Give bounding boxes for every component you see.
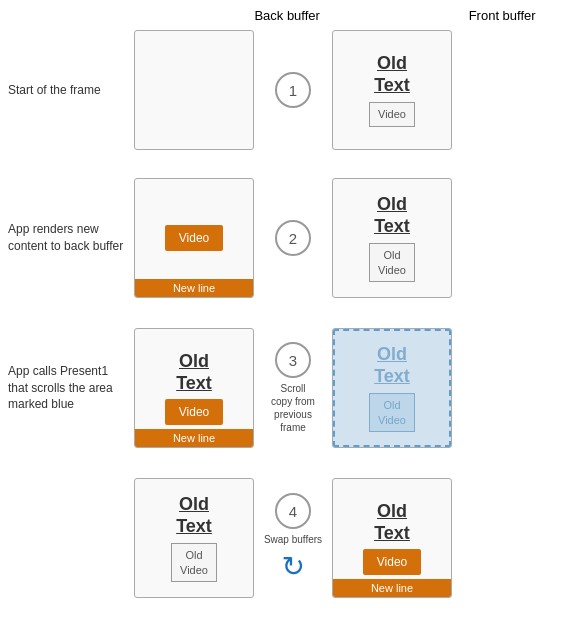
step-4-circle: 4: [275, 493, 311, 529]
row3-label: App calls Present1 that scrolls the area…: [0, 363, 130, 413]
row3-back-buffer: OldText Video New line: [134, 328, 254, 448]
row-4: OldText OldVideo 4 Swap buffers ↺ OldTex…: [0, 478, 580, 598]
row2-back-video: Video: [165, 225, 223, 251]
row1-front-buffer: OldText Video: [332, 30, 452, 150]
step-1-number: 1: [289, 82, 297, 99]
step-2-number: 2: [289, 230, 297, 247]
row4-front-newline: New line: [333, 579, 451, 597]
row3-back-newline: New line: [135, 429, 253, 447]
row2-front-buffer: OldText OldVideo: [332, 178, 452, 298]
row2-front-text: OldText: [374, 194, 410, 237]
row1-label: Start of the frame: [0, 82, 130, 99]
row1-front-video: Video: [369, 102, 415, 126]
row4-back-buffer: OldText OldVideo: [134, 478, 254, 598]
row4-front-video: Video: [363, 549, 421, 575]
row-1: Start of the frame 1 OldText Video: [0, 30, 580, 150]
swap-icon: ↺: [282, 550, 305, 583]
front-buffer-label: Front buffer: [469, 8, 536, 23]
step-4-number: 4: [289, 503, 297, 520]
step-4-label: Swap buffers: [264, 533, 322, 546]
step-1-circle: 1: [275, 72, 311, 108]
row2-label: App renders new content to back buffer: [0, 221, 130, 255]
row2-back-newline: New line: [135, 279, 253, 297]
row4-front-buffer: OldText Video New line: [332, 478, 452, 598]
row2-back-buffer: Video New line: [134, 178, 254, 298]
step-3-circle: 3: [275, 342, 311, 378]
back-buffer-label: Back buffer: [254, 8, 320, 23]
row1-back-buffer: [134, 30, 254, 150]
row3-back-text: OldText: [176, 351, 212, 394]
row4-back-video: OldVideo: [171, 543, 217, 582]
step-3-label: Scrollcopy frompreviousframe: [271, 382, 315, 434]
row-2: App renders new content to back buffer V…: [0, 178, 580, 298]
row3-back-video: Video: [165, 399, 223, 425]
row3-front-buffer: OldText OldVideo: [332, 328, 452, 448]
header: Back buffer Front buffer: [0, 0, 580, 27]
row-3: App calls Present1 that scrolls the area…: [0, 328, 580, 448]
step-3-number: 3: [289, 352, 297, 369]
row2-front-video: OldVideo: [369, 243, 415, 282]
row4-front-text: OldText: [374, 501, 410, 544]
row3-front-video: OldVideo: [369, 393, 415, 432]
row4-back-text: OldText: [176, 494, 212, 537]
row3-front-text: OldText: [374, 344, 410, 387]
step-2-circle: 2: [275, 220, 311, 256]
row1-front-text: OldText: [374, 53, 410, 96]
